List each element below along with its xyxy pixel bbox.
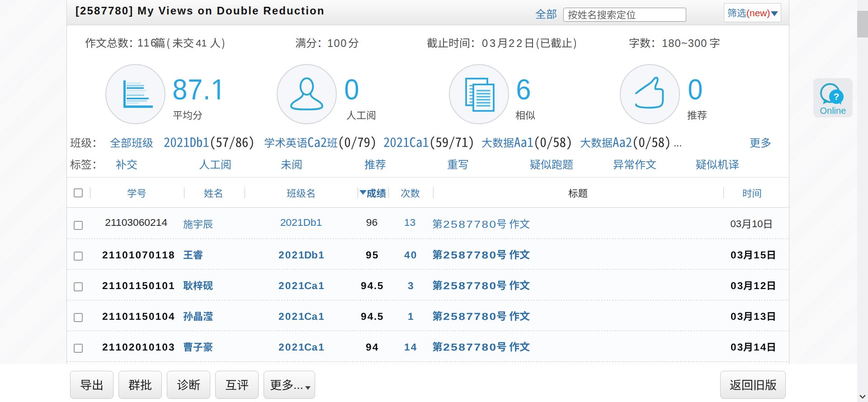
svg-text:?: ? (834, 91, 840, 102)
